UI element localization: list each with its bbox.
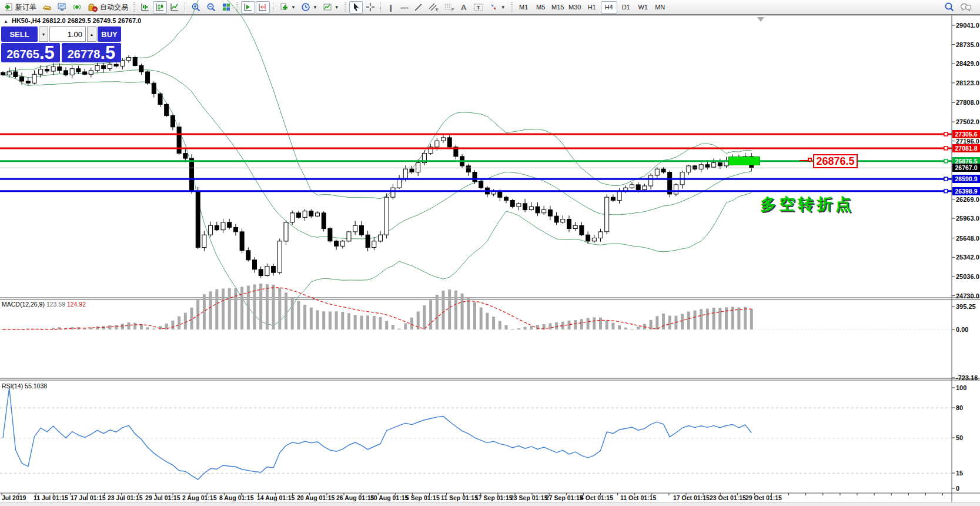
indicator-axis-label: 50 bbox=[956, 434, 963, 441]
time-axis-label: 17 Sep 01:15 bbox=[475, 494, 513, 501]
price-line-handle bbox=[944, 189, 948, 193]
sell-price-pip: .5 bbox=[39, 44, 55, 62]
buy-button[interactable]: BUY bbox=[98, 26, 121, 42]
price-axis-label: 24730.0 bbox=[956, 292, 979, 299]
indicator-axis-label: 0.00 bbox=[956, 326, 968, 333]
price-axis-label: 25342.0 bbox=[956, 254, 979, 261]
sell-button[interactable]: SELL bbox=[1, 26, 38, 42]
time-axis-label: 4 Oct 01:15 bbox=[580, 494, 613, 501]
price-axis-label: 27502.0 bbox=[956, 118, 979, 125]
price-axis-label: 29041.0 bbox=[956, 22, 979, 29]
time-axis-label: 17 Jul 01:15 bbox=[71, 494, 106, 501]
rsi-value: 55.1038 bbox=[25, 382, 47, 390]
time-axis-label: 5 Sep 01:15 bbox=[406, 494, 440, 501]
buy-price-pip: .5 bbox=[100, 44, 115, 62]
time-axis-label: 11 Jul 01:15 bbox=[34, 494, 68, 501]
macd-signal-value: 124.92 bbox=[67, 301, 86, 308]
sell-price-button[interactable]: 26765.5 bbox=[1, 43, 60, 62]
macd-label: MACD(12,26,9) 123.59 124.92 bbox=[2, 301, 86, 308]
price-axis-label: 25963.0 bbox=[956, 215, 979, 222]
indicator-axis-label: 80 bbox=[956, 404, 963, 411]
buy-price-button[interactable]: 26778.5 bbox=[62, 43, 121, 62]
window-bottom-strip bbox=[0, 502, 980, 506]
indicator-axis-label: -723.16 bbox=[956, 374, 978, 381]
turning-point-note: 多空转折点 bbox=[760, 194, 854, 215]
macd-name: MACD(12,26,9) bbox=[2, 301, 45, 308]
price-line-handle bbox=[944, 159, 948, 163]
one-click-trading-panel: SELL ▼ 1.00 ▲ BUY 26765.5 26778.5 bbox=[1, 26, 121, 62]
price-marker-label: 26590.9 bbox=[952, 175, 980, 183]
price-marker-label: 27305.6 bbox=[952, 130, 980, 138]
time-axis-label: 17 Oct 01:15 bbox=[673, 494, 710, 501]
rsi-label: RSI(14) 55.1038 bbox=[2, 382, 47, 390]
highlight-zone bbox=[728, 157, 760, 165]
time-axis-label: 26 Aug 01:15 bbox=[336, 494, 374, 501]
time-axis-label: 30 Aug 01:15 bbox=[370, 494, 408, 501]
price-line-handle bbox=[944, 147, 948, 150]
time-axis-label: 2 Aug 01:15 bbox=[182, 494, 217, 501]
price-marker-label: 27081.8 bbox=[952, 144, 980, 152]
triangle-up-icon: ▲ bbox=[90, 32, 94, 36]
time-axis-label: 23 Sep 01:15 bbox=[510, 494, 548, 501]
price-marker-label: 26398.9 bbox=[952, 187, 980, 195]
time-axis-label: 14 Aug 01:15 bbox=[257, 494, 295, 501]
time-axis-label: 20 Aug 01:15 bbox=[297, 494, 335, 501]
time-axis-label: 29 Jul 01:15 bbox=[145, 494, 180, 501]
callout-anchor bbox=[808, 158, 812, 162]
price-axis-label: 25036.0 bbox=[956, 273, 979, 280]
time-axis-label: 23 Oct 01:15 bbox=[710, 494, 746, 501]
price-axis-label: 25648.0 bbox=[956, 235, 979, 242]
indicator-axis-label: 15 bbox=[956, 470, 963, 477]
chart-close: 26767.0 bbox=[118, 17, 141, 24]
price-axis-label: 27808.0 bbox=[956, 99, 979, 106]
volume-increase-button[interactable]: ▲ bbox=[87, 26, 96, 42]
chart-low: 26749.5 bbox=[93, 17, 116, 24]
buy-price-main: 26778 bbox=[68, 46, 101, 62]
chart-shift-marker-icon[interactable] bbox=[757, 17, 764, 22]
price-marker-label: 26767.0 bbox=[952, 164, 980, 172]
chart-title: ▲ HK50-,H4 26812.0 26829.5 26749.5 26767… bbox=[4, 17, 141, 24]
chart-open: 26812.0 bbox=[42, 17, 66, 24]
price-axis-label: 26269.0 bbox=[956, 196, 979, 203]
chart-background bbox=[0, 15, 980, 506]
chart-collapse-icon[interactable]: ▲ bbox=[4, 19, 8, 24]
chart-high: 26829.5 bbox=[68, 17, 91, 24]
price-line-handle bbox=[944, 132, 948, 136]
macd-value: 123.59 bbox=[46, 301, 65, 308]
indicator-axis-label: 395.25 bbox=[956, 303, 976, 310]
price-callout-label: 26876.5 bbox=[813, 154, 858, 168]
chart-symbol: HK50-,H4 bbox=[12, 17, 41, 24]
indicator-axis-label: 100 bbox=[956, 384, 966, 391]
rsi-name: RSI(14) bbox=[2, 382, 23, 390]
price-axis-label: 28123.0 bbox=[956, 79, 979, 86]
chart-canvas[interactable] bbox=[0, 0, 980, 506]
time-axis-label: 11 Oct 01:15 bbox=[620, 494, 656, 501]
time-axis-label: 27 Sep 01:15 bbox=[546, 494, 583, 501]
time-axis-label: 23 Jul 01:15 bbox=[108, 494, 143, 501]
sell-price-main: 26765 bbox=[6, 46, 39, 62]
time-axis-label: Jul 2019 bbox=[2, 494, 26, 501]
price-line-handle bbox=[944, 177, 948, 181]
time-axis-label: 29 Oct 01:15 bbox=[745, 494, 782, 501]
triangle-down-icon: ▼ bbox=[42, 32, 46, 36]
trading-terminal: 新订单 自动交易 bbox=[0, 0, 980, 506]
indicator-axis-label: 0 bbox=[956, 485, 959, 492]
price-axis-label: 28429.0 bbox=[956, 60, 979, 67]
volume-input[interactable]: 1.00 bbox=[49, 26, 86, 42]
price-axis-label: 28735.0 bbox=[956, 41, 979, 48]
volume-decrease-button[interactable]: ▼ bbox=[39, 26, 48, 42]
time-axis-label: 8 Aug 01:15 bbox=[219, 494, 254, 501]
time-axis-label: 11 Sep 01:15 bbox=[441, 494, 478, 501]
